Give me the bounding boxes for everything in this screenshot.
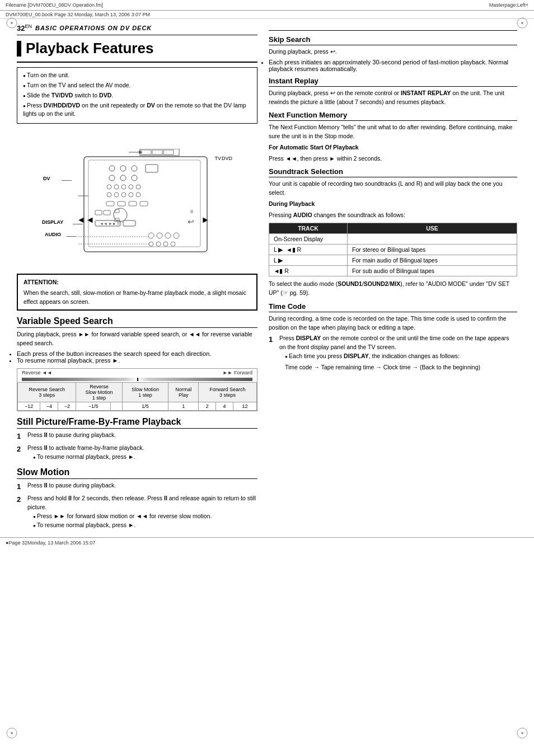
svg-rect-41	[104, 210, 110, 215]
page-subheader: DVM700EU_00.book Page 32 Monday, March 1…	[0, 11, 534, 19]
audio-label: AUDIO	[45, 232, 61, 237]
slow-motion-heading: Slow Motion	[17, 467, 257, 479]
variable-speed-para: During playback, press ►► for forward va…	[17, 330, 257, 348]
tv-label: TV	[214, 156, 221, 161]
svg-marker-13	[139, 151, 143, 154]
next-function-para: The Next Function Memory "tells" the uni…	[269, 123, 517, 141]
use-col-header: USE	[348, 223, 517, 234]
val-1: 1	[168, 402, 199, 410]
time-code-bullet: Each time you press DISPLAY, the indicat…	[285, 352, 517, 361]
svg-point-24	[114, 185, 119, 189]
page-footer: ●Page 32Monday, 13 March 2006 15:07	[0, 537, 534, 548]
val-minus12: −12	[18, 402, 40, 410]
svg-point-32	[136, 192, 140, 197]
variable-speed-section: Variable Speed Search During playback, p…	[17, 316, 257, 411]
svg-text:II: II	[190, 209, 193, 214]
speed-bar-center	[137, 378, 138, 381]
soundtrack-note: To select the audio mode (SOUND1/SOUND2/…	[269, 280, 517, 298]
subheader-text: DVM700EU_00.book Page 32 Monday, March 1…	[6, 12, 150, 17]
svg-point-27	[136, 185, 140, 189]
normal-play-header: NormalPlay	[168, 382, 199, 402]
forward-search-header: Forward Search3 steps	[199, 382, 257, 402]
svg-point-22	[132, 175, 137, 181]
instant-replay-section: Instant Replay During playback, press ↩ …	[269, 77, 517, 107]
speed-header-row: Reverse ◄◄ ►► Forward	[17, 369, 257, 377]
skip-search-para: During playback, press ↩.	[269, 48, 517, 57]
svg-rect-10	[152, 150, 162, 154]
svg-point-50	[156, 242, 161, 246]
corner-decoration-tr	[516, 17, 528, 29]
skip-search-heading: Skip Search	[269, 35, 517, 45]
slow-step-num-1: 1	[17, 481, 25, 492]
dv-arrow: ——	[62, 177, 72, 183]
soundtrack-table-head: TRACK USE	[269, 223, 517, 234]
slow-bullet-1: Press ►► for forward slow motion or ◄◄ f…	[33, 512, 257, 521]
svg-point-48	[174, 233, 179, 238]
main-title-text: Playback Features	[26, 40, 153, 57]
svg-point-31	[129, 192, 133, 197]
svg-point-17	[120, 166, 126, 171]
forward-label: ►► Forward	[223, 370, 252, 375]
speed-table-header: Reverse Search3 steps ReverseSlow Motion…	[18, 382, 257, 402]
speed-values-row: −12 −4 −2 −1/5 1/5 1 2 4 12	[18, 402, 257, 410]
soundtrack-sub-header: On-Screen Display	[269, 234, 517, 245]
device-illustration: DV —— DISPLAY —— AUDIO —— ◄◄ ► TV DVD	[17, 129, 257, 269]
val-1-5: 1/5	[122, 402, 168, 410]
device-svg: ◄◄ ►► II ↩ II	[78, 149, 213, 261]
variable-speed-heading: Variable Speed Search	[17, 316, 257, 328]
next-function-sub-para: Press ◄◄, then press ► within 2 seconds.	[269, 154, 517, 163]
track-display-2: L ▶	[269, 255, 348, 266]
still-picture-heading: Still Picture/Frame-By-Frame Playback	[17, 417, 257, 429]
svg-point-23	[107, 185, 111, 189]
dvd-label-top: DVD	[222, 156, 232, 161]
time-code-section: Time Code During recording, a time code …	[269, 302, 517, 372]
svg-point-52	[171, 242, 175, 246]
svg-rect-38	[115, 209, 119, 213]
soundtrack-section: Soundtrack Selection Your unit is capabl…	[269, 167, 517, 298]
svg-point-51	[163, 242, 168, 246]
during-playback-label: During Playback	[269, 200, 517, 209]
svg-point-30	[121, 192, 126, 197]
time-code-para: During recording, a time code is recorde…	[269, 314, 517, 332]
page-header: Filename [DVM700EU_08DV Operation.fm] Ma…	[0, 0, 534, 11]
vsearch-bullet-1: Each press of the button increases the s…	[17, 350, 257, 357]
audio-arrow: ——	[67, 233, 77, 239]
svg-rect-15	[88, 160, 200, 247]
slow-motion-section: Slow Motion 1 Press II to pause during p…	[17, 467, 257, 530]
svg-point-49	[149, 242, 153, 246]
slow-step-content-1: Press II to pause during playback.	[27, 481, 257, 492]
page-en-label: EN	[25, 24, 32, 29]
reverse-slow-header: ReverseSlow Motion1 step	[76, 382, 122, 402]
intro-bullet-box: Turn on the unit. Turn on the TV and sel…	[17, 67, 257, 124]
still-step-content-1: Press II to pause during playback.	[27, 431, 257, 442]
svg-text:◄◄ ►► II: ◄◄ ►► II	[100, 222, 120, 226]
svg-point-7	[521, 732, 523, 734]
bullet-2: Turn on the TV and select the AV mode.	[23, 81, 251, 90]
section-heading: 32EN BASIC OPERATIONS ON DV DECK	[17, 19, 257, 35]
track-display-1: L ▶ ◄▮ R	[269, 245, 348, 255]
slow-step-1: 1 Press II to pause during playback.	[17, 481, 257, 492]
soundtrack-heading: Soundtrack Selection	[269, 167, 517, 177]
val-blank	[111, 402, 123, 410]
bullet-4: Press DV/HDD/DVD on the unit repeatedly …	[23, 101, 251, 119]
slow-bullet-2: To resume normal playback, press ►.	[33, 521, 257, 530]
svg-point-46	[157, 233, 162, 238]
attention-box: ATTENTION: When the search, still, slow-…	[17, 274, 257, 311]
svg-rect-33	[106, 201, 114, 206]
svg-point-45	[148, 233, 154, 238]
svg-rect-11	[163, 150, 174, 154]
svg-point-28	[107, 192, 111, 197]
left-column: 32EN BASIC OPERATIONS ON DV DECK Playbac…	[17, 19, 257, 532]
svg-point-25	[121, 185, 126, 189]
page-number: 32EN	[17, 24, 32, 32]
still-picture-section: Still Picture/Frame-By-Frame Playback 1 …	[17, 417, 257, 462]
soundtrack-para: Your unit is capable of recording two so…	[269, 180, 517, 198]
slow-step-2: 2 Press and hold II for 2 seconds, then …	[17, 494, 257, 529]
time-code-step-content-1: Press DISPLAY on the remote control or t…	[279, 334, 517, 372]
svg-point-16	[109, 166, 115, 171]
display-label: DISPLAY	[42, 219, 63, 225]
time-code-step-num-1: 1	[269, 334, 277, 372]
svg-rect-36	[140, 201, 148, 206]
svg-rect-35	[129, 201, 137, 206]
time-code-heading: Time Code	[269, 302, 517, 312]
